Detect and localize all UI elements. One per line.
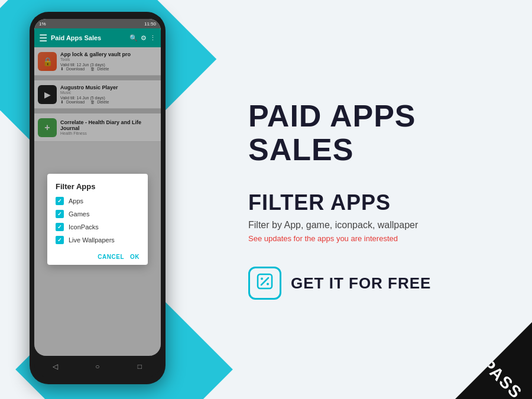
- percent-icon: [257, 273, 273, 293]
- back-button[interactable]: ◁: [50, 361, 61, 372]
- status-signal: 1%: [39, 21, 46, 27]
- cta-text: GET IT FOR FREE: [291, 274, 431, 293]
- status-bar: 1% 11:50: [34, 19, 161, 28]
- filter-label-iconpacks: IconPacks: [69, 223, 99, 231]
- filter-dialog-buttons: CANCEL OK: [56, 250, 140, 260]
- phone-body: 1% 11:50 ☰ Paid Apps Sales 🔍 ⚙ ⋮ 🔒: [30, 12, 166, 384]
- filter-section: FILTER APPS Filter by App, game, iconpac…: [248, 190, 502, 267]
- filter-dialog-title: Filter Apps: [56, 182, 140, 191]
- home-button[interactable]: ○: [92, 361, 103, 372]
- search-icon[interactable]: 🔍: [129, 34, 138, 42]
- filter-overlay: Filter Apps Apps Games IconPacks: [34, 47, 161, 356]
- right-panel: PAID APPS SALES FILTER APPS Filter by Ap…: [213, 0, 532, 399]
- filter-icon[interactable]: ⚙: [141, 34, 147, 42]
- checkbox-games[interactable]: [56, 210, 64, 218]
- section-title: FILTER APPS: [248, 190, 502, 215]
- app-header: ☰ Paid Apps Sales 🔍 ⚙ ⋮: [34, 28, 161, 47]
- menu-icon[interactable]: ☰: [39, 33, 47, 44]
- filter-label-games: Games: [69, 210, 89, 218]
- status-time: 11:50: [144, 21, 156, 27]
- more-icon[interactable]: ⋮: [150, 34, 156, 42]
- section-subtitle: Filter by App, game, iconpack, wallpaper: [248, 220, 502, 231]
- svg-point-2: [261, 278, 263, 280]
- filter-item-iconpacks[interactable]: IconPacks: [56, 223, 140, 231]
- filter-dialog: Filter Apps Apps Games IconPacks: [47, 174, 148, 265]
- phone-screen: 1% 11:50 ☰ Paid Apps Sales 🔍 ⚙ ⋮ 🔒: [34, 19, 161, 356]
- screen-content: 🔒 App lock & gallery vault pro Tools Val…: [34, 47, 161, 356]
- filter-item-livewallpapers[interactable]: Live Wallpapers: [56, 236, 140, 244]
- filter-cancel-button[interactable]: CANCEL: [98, 254, 124, 260]
- filter-item-apps[interactable]: Apps: [56, 197, 140, 205]
- filter-ok-button[interactable]: OK: [130, 254, 140, 260]
- main-title: PAID APPS SALES: [248, 99, 502, 167]
- filter-label-livewallpapers: Live Wallpapers: [69, 236, 115, 244]
- recents-button[interactable]: □: [134, 361, 145, 372]
- checkbox-iconpacks[interactable]: [56, 223, 64, 231]
- filter-label-apps: Apps: [69, 197, 83, 205]
- cta-row[interactable]: GET IT FOR FREE: [248, 267, 502, 300]
- section-note: See updates for the apps you are interes…: [248, 234, 502, 243]
- filter-item-games[interactable]: Games: [56, 210, 140, 218]
- header-icons: 🔍 ⚙ ⋮: [129, 34, 156, 42]
- phone-nav-bar: ◁ ○ □: [34, 356, 161, 377]
- app-header-title: Paid Apps Sales: [51, 34, 129, 41]
- phone-mockup: 1% 11:50 ☰ Paid Apps Sales 🔍 ⚙ ⋮ 🔒: [30, 12, 166, 384]
- checkbox-apps[interactable]: [56, 197, 64, 205]
- cta-icon-box: [248, 267, 281, 300]
- checkbox-livewallpapers[interactable]: [56, 236, 64, 244]
- svg-point-3: [267, 283, 269, 286]
